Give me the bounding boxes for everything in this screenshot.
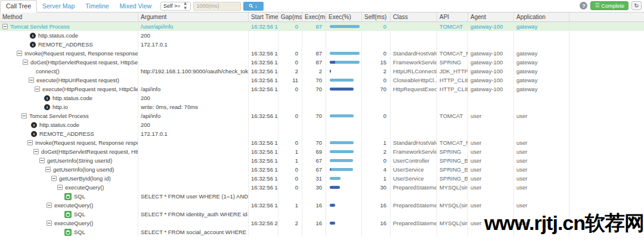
table-row[interactable]: Tomcat Servlet Process/api/info16:32:56 … bbox=[0, 111, 644, 120]
method-label[interactable]: Tomcat Servlet Process bbox=[10, 22, 70, 31]
method-label[interactable]: getUserInfo(long userId) bbox=[53, 165, 114, 174]
gap-ms-cell: 0 bbox=[278, 58, 302, 67]
api-cell: MYSQL(sim... bbox=[437, 219, 468, 228]
tab-server-map[interactable]: Server Map bbox=[37, 1, 80, 12]
collapse-icon[interactable] bbox=[27, 140, 33, 145]
help-icon[interactable]: ? bbox=[580, 2, 587, 10]
collapse-icon[interactable] bbox=[29, 77, 34, 83]
column-header-agent[interactable]: Agent bbox=[468, 13, 514, 21]
method-label[interactable]: Tomcat Servlet Process bbox=[29, 111, 89, 120]
column-header-gap-ms-[interactable]: Gap(ms) bbox=[278, 13, 302, 21]
tab-timeline[interactable]: Timeline bbox=[80, 1, 114, 12]
exec-percent-cell bbox=[326, 58, 362, 67]
table-row[interactable]: iREMOTE_ADDRESS172.17.0.1 bbox=[0, 40, 644, 49]
table-row[interactable]: ihttp.status.code200 bbox=[0, 31, 644, 40]
method-label[interactable]: SQL bbox=[74, 192, 85, 201]
column-header-method[interactable]: Method bbox=[0, 13, 138, 21]
table-row[interactable]: execute(HttpUriRequest request)16:32:56 … bbox=[0, 76, 644, 85]
method-label[interactable]: connect() bbox=[36, 67, 60, 76]
table-row[interactable]: Invoke(Request request, Response respons… bbox=[0, 138, 644, 147]
table-row[interactable]: SQLSELECT * FROM user WHERE (1=1) AND id… bbox=[0, 192, 644, 201]
class-cell: StandardHostValve bbox=[391, 49, 437, 58]
column-header-class[interactable]: Class bbox=[391, 13, 437, 21]
collapse-icon[interactable] bbox=[57, 185, 63, 190]
threshold-input[interactable] bbox=[193, 2, 241, 11]
filler-cell bbox=[569, 76, 644, 85]
collapse-icon[interactable] bbox=[45, 167, 51, 172]
collapse-icon[interactable] bbox=[17, 51, 22, 56]
self-ms-cell: 0 bbox=[362, 49, 391, 58]
collapse-icon[interactable] bbox=[2, 24, 8, 29]
column-header-exec-ms-[interactable]: Exec(ms) bbox=[302, 13, 326, 21]
column-header-argument[interactable]: Argument bbox=[138, 13, 249, 21]
filler-cell bbox=[569, 40, 644, 49]
exec-bar bbox=[330, 52, 361, 55]
exec-ms-cell: 70 bbox=[302, 76, 326, 85]
self-threshold-select[interactable]: Self >= ▲▼ bbox=[160, 2, 190, 11]
method-label[interactable]: http.io bbox=[52, 102, 68, 111]
table-row[interactable]: Tomcat Servlet Process/user/api/info16:3… bbox=[0, 22, 644, 31]
complete-button[interactable]: ☰ Complete bbox=[590, 1, 628, 10]
table-row[interactable]: doGet(HttpServletRequest request, HttpSe… bbox=[0, 147, 644, 156]
method-label[interactable]: http.status.code bbox=[39, 120, 79, 129]
collapse-icon[interactable] bbox=[39, 158, 45, 163]
method-label[interactable]: executeQuery() bbox=[65, 183, 104, 192]
method-label[interactable]: doGet(HttpServletRequest request, HttpSe… bbox=[30, 58, 138, 67]
self-ms-cell bbox=[362, 40, 391, 49]
table-row[interactable]: executeQuery()16:32:56 15703030PreparedS… bbox=[0, 183, 644, 192]
method-label[interactable]: Invoke(Request request, Response respons… bbox=[24, 49, 138, 58]
api-cell: SPRING_BE... bbox=[437, 174, 468, 183]
table-row[interactable]: getUserById(long id)16:32:56 1570311User… bbox=[0, 174, 644, 183]
method-label[interactable]: execute(HttpUriRequest request) bbox=[36, 76, 119, 85]
table-row[interactable]: getUserInfo(String userId)16:32:56 15716… bbox=[0, 156, 644, 165]
filler-cell bbox=[569, 174, 644, 183]
column-header-application[interactable]: Application bbox=[514, 13, 569, 21]
collapse-icon[interactable] bbox=[35, 86, 40, 92]
start-time-cell: 16:32:56 140 bbox=[249, 49, 278, 58]
method-label[interactable]: Invoke(Request request, Response respons… bbox=[35, 138, 138, 147]
method-label[interactable]: http.status.code bbox=[52, 94, 92, 102]
method-label[interactable]: getUserInfo(String userId) bbox=[47, 156, 112, 165]
method-label[interactable]: getUserById(long id) bbox=[59, 174, 111, 183]
method-label[interactable]: REMOTE_ADDRESS bbox=[38, 40, 93, 49]
table-row[interactable]: ihttp.iowrite: 0ms, read: 70ms bbox=[0, 102, 644, 111]
refresh-button[interactable]: ↻ bbox=[631, 1, 642, 10]
table-row[interactable]: ihttp.status.code200 bbox=[0, 94, 644, 102]
column-header-self-ms-[interactable]: Self(ms) bbox=[362, 13, 391, 21]
collapse-icon[interactable] bbox=[23, 60, 28, 65]
method-label[interactable]: execute(HttpRequest request, HttpClientC… bbox=[42, 85, 138, 94]
collapse-icon[interactable] bbox=[21, 113, 27, 119]
tab-call-tree[interactable]: Call Tree bbox=[0, 0, 37, 13]
method-label[interactable]: SQL bbox=[74, 228, 85, 237]
table-row[interactable]: getUserInfo(long userId)16:32:56 1570674… bbox=[0, 165, 644, 174]
method-label[interactable]: http.status.code bbox=[38, 31, 78, 40]
agent-cell: gateway-100 bbox=[468, 76, 514, 85]
application-cell: gateway bbox=[514, 67, 569, 76]
table-row[interactable]: connect()http://192.168.1.100:9000/oauth… bbox=[0, 67, 644, 76]
method-label[interactable]: executeQuery() bbox=[54, 201, 93, 210]
method-label[interactable]: REMOTE_ADDRESS bbox=[39, 129, 94, 138]
method-label[interactable]: SQL bbox=[74, 210, 85, 219]
exec-percent-cell bbox=[326, 228, 362, 237]
table-row[interactable]: Invoke(Request request, Response respons… bbox=[0, 49, 644, 58]
search-button[interactable]: ↓ bbox=[243, 2, 264, 11]
method-label[interactable]: doGet(HttpServletRequest request, HttpSe… bbox=[41, 147, 138, 156]
method-label[interactable]: executeQuery() bbox=[54, 219, 93, 228]
collapse-icon[interactable] bbox=[51, 176, 57, 181]
table-row[interactable]: execute(HttpRequest request, HttpClientC… bbox=[0, 85, 644, 94]
exec-percent-cell bbox=[326, 76, 362, 85]
agent-cell: gateway-100 bbox=[468, 58, 514, 67]
collapse-icon[interactable] bbox=[47, 220, 52, 226]
exec-bar bbox=[330, 177, 361, 180]
tab-mixed-view[interactable]: Mixed View bbox=[114, 1, 157, 12]
column-header-exec-[interactable]: Exec(%) bbox=[326, 13, 362, 21]
column-header-start-time[interactable]: Start Time bbox=[249, 13, 278, 21]
table-row[interactable]: doGet(HttpServletRequest request, HttpSe… bbox=[0, 58, 644, 67]
collapse-icon[interactable] bbox=[33, 149, 39, 154]
table-row[interactable]: ihttp.status.code200 bbox=[0, 120, 644, 129]
column-header-api[interactable]: API bbox=[437, 13, 468, 21]
table-row[interactable]: iREMOTE_ADDRESS172.17.0.1 bbox=[0, 129, 644, 138]
collapse-icon[interactable] bbox=[47, 203, 52, 208]
table-row[interactable]: executeQuery()16:32:56 18911616PreparedS… bbox=[0, 201, 644, 210]
exec-percent-cell bbox=[326, 67, 362, 76]
